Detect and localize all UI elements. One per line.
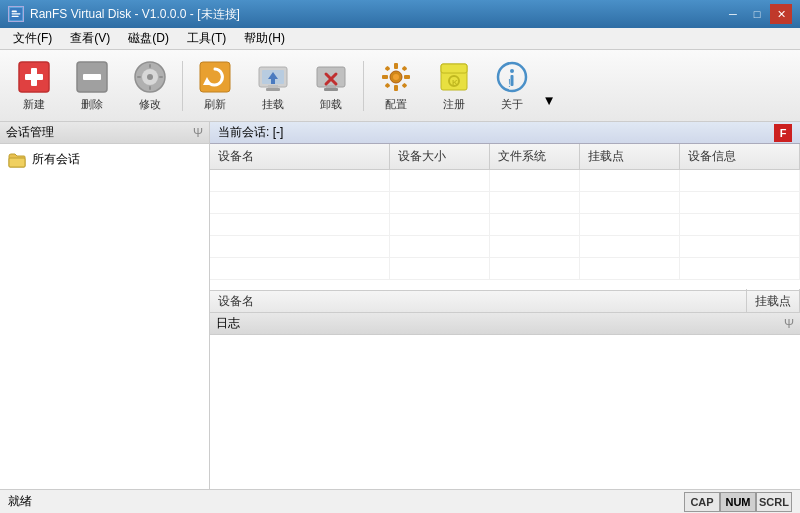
svg-rect-38 xyxy=(402,83,408,89)
modify-button[interactable]: 修改 xyxy=(122,55,178,117)
toolbar: 新建 删除 修改 xyxy=(0,50,800,122)
svg-text:K: K xyxy=(452,78,458,87)
svg-rect-26 xyxy=(324,88,338,91)
toolbar-separator-1 xyxy=(182,61,183,111)
session-manager-title: 会话管理 xyxy=(6,124,54,141)
menu-help[interactable]: 帮助(H) xyxy=(235,27,294,50)
log-title: 日志 xyxy=(216,315,240,332)
svg-rect-13 xyxy=(149,86,151,90)
left-panel: 会话管理 Ψ 所有会话 xyxy=(0,122,210,489)
menu-file[interactable]: 文件(F) xyxy=(4,27,61,50)
td-filesystem xyxy=(490,170,580,191)
about-button[interactable]: ! 关于 xyxy=(484,55,540,117)
td-device-info xyxy=(680,170,800,191)
device-table-header: 设备名 设备大小 文件系统 挂载点 设备信息 xyxy=(210,144,800,170)
menu-view[interactable]: 查看(V) xyxy=(61,27,119,50)
f-icon[interactable]: F xyxy=(774,124,792,142)
table-row[interactable] xyxy=(210,214,800,236)
svg-rect-47 xyxy=(9,158,25,167)
log-pin[interactable]: Ψ xyxy=(784,317,794,331)
session-list: 所有会话 xyxy=(0,144,209,489)
delete-button[interactable]: 删除 xyxy=(64,55,120,117)
right-panel: 当前会话: [-] F 设备名 设备大小 文件系统 挂载点 设备信息 xyxy=(210,122,800,489)
svg-rect-1 xyxy=(12,11,17,13)
mount-icon xyxy=(255,59,291,95)
main-content: 会话管理 Ψ 所有会话 当前会话: [-] F 设备名 xyxy=(0,122,800,489)
cap-indicator: CAP xyxy=(684,492,720,512)
unmount-icon xyxy=(313,59,349,95)
svg-rect-35 xyxy=(385,66,391,72)
about-label: 关于 xyxy=(501,97,523,112)
num-indicator: NUM xyxy=(720,492,756,512)
device-bottom-bar: 设备名 挂载点 xyxy=(210,291,800,313)
current-session-bar: 当前会话: [-] F xyxy=(210,122,800,144)
table-row[interactable] xyxy=(210,192,800,214)
menu-bar: 文件(F) 查看(V) 磁盘(D) 工具(T) 帮助(H) xyxy=(0,28,800,50)
session-manager-pin[interactable]: Ψ xyxy=(193,126,203,140)
refresh-button[interactable]: 刷新 xyxy=(187,55,243,117)
title-bar: RanFS Virtual Disk - V1.0.0.0 - [未连接] ─ … xyxy=(0,0,800,28)
svg-rect-3 xyxy=(12,16,19,17)
bottom-col-mount-point: 挂载点 xyxy=(747,289,800,314)
mount-label: 挂载 xyxy=(262,97,284,112)
td-device-name xyxy=(210,170,390,191)
maximize-button[interactable]: □ xyxy=(746,4,768,24)
refresh-label: 刷新 xyxy=(204,97,226,112)
device-table-body xyxy=(210,170,800,290)
svg-rect-40 xyxy=(441,64,467,73)
new-label: 新建 xyxy=(23,97,45,112)
device-table-container: 设备名 设备大小 文件系统 挂载点 设备信息 xyxy=(210,144,800,291)
session-all-sessions[interactable]: 所有会话 xyxy=(0,148,209,171)
toolbar-separator-2 xyxy=(363,61,364,111)
current-session-label: 当前会话: [-] xyxy=(218,124,283,141)
table-row[interactable] xyxy=(210,258,800,280)
all-sessions-label: 所有会话 xyxy=(32,151,80,168)
table-row[interactable] xyxy=(210,170,800,192)
delete-icon xyxy=(74,59,110,95)
svg-rect-8 xyxy=(83,74,101,80)
svg-rect-45 xyxy=(511,75,514,86)
log-header: 日志 Ψ xyxy=(210,313,800,335)
svg-point-11 xyxy=(147,74,153,80)
modify-icon xyxy=(132,59,168,95)
new-button[interactable]: 新建 xyxy=(6,55,62,117)
register-button[interactable]: K 注册 xyxy=(426,55,482,117)
title-bar-controls: ─ □ ✕ xyxy=(722,4,792,24)
refresh-icon xyxy=(197,59,233,95)
register-label: 注册 xyxy=(443,97,465,112)
col-device-name: 设备名 xyxy=(210,144,390,169)
unmount-button[interactable]: 卸载 xyxy=(303,55,359,117)
config-icon xyxy=(378,59,414,95)
svg-rect-31 xyxy=(394,63,398,69)
bottom-col-device-name: 设备名 xyxy=(210,289,747,314)
table-row[interactable] xyxy=(210,236,800,258)
td-device-size xyxy=(390,170,490,191)
menu-disk[interactable]: 磁盘(D) xyxy=(119,27,178,50)
window-title: RanFS Virtual Disk - V1.0.0.0 - [未连接] xyxy=(30,6,240,23)
col-mount-point: 挂载点 xyxy=(580,144,680,169)
delete-label: 删除 xyxy=(81,97,103,112)
config-label: 配置 xyxy=(385,97,407,112)
toolbar-dropdown-button[interactable]: ▼ xyxy=(542,55,556,117)
register-icon: K xyxy=(436,59,472,95)
col-filesystem: 文件系统 xyxy=(490,144,580,169)
svg-rect-15 xyxy=(159,76,163,78)
svg-rect-6 xyxy=(25,74,43,80)
svg-point-44 xyxy=(510,69,514,73)
new-icon xyxy=(16,59,52,95)
svg-rect-12 xyxy=(149,64,151,68)
svg-rect-21 xyxy=(266,88,280,91)
unmount-label: 卸载 xyxy=(320,97,342,112)
config-button[interactable]: 配置 xyxy=(368,55,424,117)
close-button[interactable]: ✕ xyxy=(770,4,792,24)
scrl-indicator: SCRL xyxy=(756,492,792,512)
col-device-size: 设备大小 xyxy=(390,144,490,169)
td-mount-point xyxy=(580,170,680,191)
minimize-button[interactable]: ─ xyxy=(722,4,744,24)
svg-rect-36 xyxy=(402,66,408,72)
svg-rect-34 xyxy=(404,75,410,79)
menu-tools[interactable]: 工具(T) xyxy=(178,27,235,50)
svg-rect-37 xyxy=(385,83,391,89)
svg-rect-33 xyxy=(382,75,388,79)
mount-button[interactable]: 挂载 xyxy=(245,55,301,117)
